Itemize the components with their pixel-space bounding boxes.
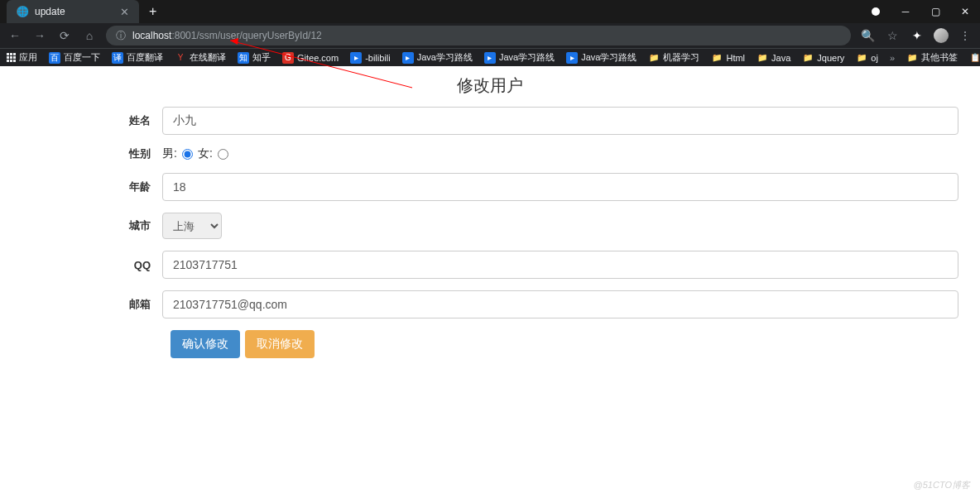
bookmark-icon: 知	[238, 52, 249, 64]
bookmark-label: Java学习路线	[581, 51, 637, 64]
forward-icon[interactable]: →	[31, 29, 48, 42]
qq-input[interactable]	[162, 251, 958, 279]
age-input[interactable]	[162, 173, 958, 201]
address-port: :8001	[171, 30, 196, 41]
bookmark-item[interactable]: 📁其他书签	[906, 51, 958, 64]
bookmark-icon: Y	[175, 52, 186, 64]
bookmarks-bar: 应用 百百度一下译百度翻译Y在线翻译知知乎GGitee.com▸-bilibil…	[0, 48, 980, 66]
label-gender: 性别	[13, 146, 162, 161]
new-tab-button[interactable]: +	[139, 4, 166, 19]
label-age: 年龄	[13, 180, 162, 194]
address-bar[interactable]: ⓘ localhost:8001/ssm/user/queryUserById/…	[106, 26, 851, 45]
bookmark-label: 其他书签	[921, 51, 958, 64]
cancel-button[interactable]: 取消修改	[245, 330, 315, 358]
bookmark-item[interactable]: 📁Jquery	[802, 52, 844, 64]
bookmark-icon: ▸	[566, 52, 578, 64]
bookmark-icon: 百	[49, 52, 60, 64]
bookmark-item[interactable]: 译百度翻译	[112, 51, 163, 64]
bookmark-item[interactable]: GGitee.com	[282, 52, 339, 64]
bookmark-item[interactable]: ▸Java学习路线	[566, 51, 637, 64]
bookmark-label: Java学习路线	[417, 51, 473, 64]
menu-icon[interactable]: ⋮	[957, 29, 973, 42]
confirm-button[interactable]: 确认修改	[171, 330, 240, 358]
browser-tab[interactable]: 🌐 update ✕	[7, 0, 139, 23]
bookmark-icon: 📁	[648, 52, 660, 64]
bookmark-label: Java	[771, 53, 790, 63]
back-icon[interactable]: ←	[7, 29, 23, 42]
nav-bar: ← → ⟳ ⌂ ⓘ localhost:8001/ssm/user/queryU…	[0, 23, 980, 48]
bookmark-icon: 📁	[802, 52, 814, 64]
bookmark-item[interactable]: ▸-bilibili	[350, 52, 391, 64]
label-email: 邮箱	[13, 297, 162, 312]
address-host: localhost	[132, 30, 171, 41]
bookmark-item[interactable]: 百百度一下	[49, 51, 100, 64]
label-city: 城市	[13, 218, 162, 233]
male-radio-label: 男:	[162, 146, 177, 161]
address-path: /ssm/user/queryUserById/12	[196, 30, 321, 41]
bookmark-label: Jquery	[817, 53, 844, 63]
bookmark-item[interactable]: ▸Java学习路线	[484, 51, 555, 64]
page-title: 修改用户	[10, 74, 970, 97]
bookmark-label: oj	[871, 53, 878, 63]
bookmark-label: 百度一下	[64, 51, 100, 64]
bookmark-item[interactable]: 知知乎	[238, 51, 271, 64]
name-input[interactable]	[162, 107, 958, 135]
email-input[interactable]	[162, 290, 958, 318]
account-circle-icon[interactable]	[861, 0, 891, 23]
tab-bar: 🌐 update ✕ + ─ ▢ ✕	[0, 0, 980, 23]
tab-close-icon[interactable]: ✕	[120, 6, 129, 18]
reload-icon[interactable]: ⟳	[56, 29, 73, 42]
bookmark-item[interactable]: 📁oj	[856, 52, 878, 64]
city-select[interactable]: 上海	[162, 213, 222, 239]
bookmark-icon: ▸	[402, 52, 414, 64]
bookmark-item[interactable]: 📁Java	[757, 52, 790, 64]
bookmark-icon: 📁	[856, 52, 867, 64]
search-icon[interactable]: 🔍	[859, 29, 876, 42]
bookmark-icon: 📁	[757, 52, 768, 64]
bookmark-item[interactable]: 📋阅读清单	[969, 51, 980, 64]
label-qq: QQ	[13, 259, 162, 271]
apps-grid-icon	[7, 53, 16, 62]
bookmark-icon: G	[282, 52, 294, 64]
close-window-icon[interactable]: ✕	[950, 0, 980, 23]
bookmark-icon: 译	[112, 52, 123, 64]
bookmark-label: 百度翻译	[127, 51, 163, 64]
male-radio[interactable]	[182, 149, 193, 160]
apps-button[interactable]: 应用	[7, 51, 37, 64]
tab-title: update	[35, 6, 65, 17]
maximize-icon[interactable]: ▢	[920, 0, 950, 23]
female-radio-label: 女:	[198, 146, 213, 161]
bookmark-label: 在线翻译	[190, 51, 226, 64]
bookmark-item[interactable]: 📁Html	[711, 52, 745, 64]
bookmark-label: 机器学习	[663, 51, 699, 64]
extensions-icon[interactable]: ✦	[909, 29, 925, 42]
profile-avatar[interactable]	[934, 28, 949, 43]
bookmark-item[interactable]: 📁机器学习	[648, 51, 699, 64]
watermark: @51CTO博客	[914, 479, 970, 491]
bookmark-label: Gitee.com	[297, 53, 339, 63]
bookmark-label: -bilibili	[365, 53, 391, 63]
info-icon: ⓘ	[116, 29, 126, 43]
star-icon[interactable]: ☆	[884, 29, 901, 42]
bookmark-label: Java学习路线	[499, 51, 555, 64]
home-icon[interactable]: ⌂	[81, 29, 98, 42]
bookmark-icon: 📋	[969, 52, 980, 64]
bookmarks-overflow[interactable]: »	[890, 53, 895, 63]
bookmark-icon: ▸	[484, 52, 496, 64]
minimize-icon[interactable]: ─	[891, 0, 920, 23]
bookmark-label: Html	[726, 53, 745, 63]
bookmark-icon: ▸	[350, 52, 362, 64]
label-name: 姓名	[13, 113, 162, 128]
bookmark-item[interactable]: ▸Java学习路线	[402, 51, 473, 64]
tab-favicon: 🌐	[17, 6, 28, 17]
female-radio[interactable]	[218, 149, 228, 160]
bookmark-label: 知乎	[252, 51, 271, 64]
bookmark-icon: 📁	[711, 52, 723, 64]
bookmark-item[interactable]: Y在线翻译	[175, 51, 226, 64]
bookmark-icon: 📁	[906, 52, 918, 64]
